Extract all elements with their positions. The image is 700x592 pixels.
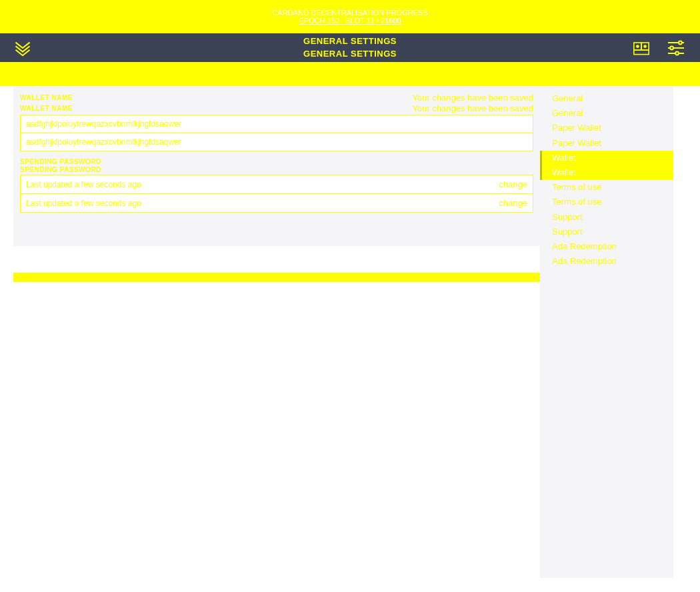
- wallet-name-input[interactable]: [20, 133, 533, 151]
- spending-password-label: SPENDING PASSWORD: [20, 166, 101, 173]
- svg-point-4: [644, 45, 646, 47]
- page-title: GENERAL SETTINGS GENERAL SETTINGS: [303, 35, 397, 59]
- wallet-name-group: WALLET NAME Your changes have been saved…: [20, 93, 533, 151]
- header: GENERAL SETTINGS GENERAL SETTINGS: [0, 33, 700, 62]
- logo-icon[interactable]: [13, 39, 32, 57]
- top-banner: CARDANO DECENTRALISATION PROGRESS EPOCH …: [0, 0, 700, 33]
- change-password-link[interactable]: change: [499, 198, 527, 208]
- wallet-icon[interactable]: [631, 37, 652, 59]
- sidebar-item-ada-redemption[interactable]: Ada Redemption: [540, 254, 673, 269]
- saved-message: Your changes have been saved: [412, 93, 533, 103]
- wallet-name-input[interactable]: [20, 115, 533, 133]
- svg-point-3: [637, 45, 639, 47]
- yellow-footer: [13, 273, 540, 282]
- sidebar-item-wallet[interactable]: Wallet: [540, 151, 673, 165]
- svg-rect-2: [634, 50, 649, 54]
- svg-point-6: [679, 41, 682, 44]
- settings-panel: WALLET NAME Your changes have been saved…: [13, 86, 540, 246]
- sidebar-item-support[interactable]: Support: [540, 210, 673, 225]
- spending-password-label: SPENDING PASSWORD: [20, 158, 101, 165]
- wallet-name-label: WALLET NAME: [20, 105, 73, 112]
- svg-point-8: [670, 46, 673, 49]
- spending-password-group: SPENDING PASSWORD SPENDING PASSWORD Last…: [20, 158, 533, 213]
- yellow-bar: [0, 62, 700, 86]
- sidebar-item-general[interactable]: General: [540, 91, 673, 106]
- saved-message: Your changes have been saved: [412, 103, 533, 113]
- change-password-link[interactable]: change: [499, 179, 527, 189]
- sidebar-item-wallet[interactable]: Wallet: [540, 165, 673, 180]
- sidebar-item-paper-wallet[interactable]: Paper Wallet: [540, 136, 673, 151]
- sidebar-item-general[interactable]: General: [540, 106, 673, 121]
- password-box: Last updated a few seconds ago change: [20, 193, 533, 213]
- settings-sliders-icon[interactable]: [665, 37, 687, 59]
- wallet-name-label: WALLET NAME: [20, 94, 73, 101]
- password-updated-text: Last updated a few seconds ago: [26, 180, 141, 189]
- sidebar-item-terms[interactable]: Terms of use: [540, 195, 673, 209]
- sidebar-item-terms[interactable]: Terms of use: [540, 180, 673, 195]
- password-box: Last updated a few seconds ago change: [20, 175, 533, 194]
- banner-line2[interactable]: EPOCH 150 · SLOT 11 / 21600: [299, 17, 401, 25]
- sidebar-item-ada-redemption[interactable]: Ada Redemption: [540, 239, 673, 254]
- svg-point-10: [675, 51, 679, 55]
- sidebar-item-support[interactable]: Support: [540, 225, 673, 239]
- password-updated-text: Last updated a few seconds ago: [26, 199, 141, 208]
- banner-line1: CARDANO DECENTRALISATION PROGRESS: [272, 9, 427, 17]
- sidebar-item-paper-wallet[interactable]: Paper Wallet: [540, 121, 673, 135]
- settings-sidebar: General General Paper Wallet Paper Walle…: [540, 86, 673, 578]
